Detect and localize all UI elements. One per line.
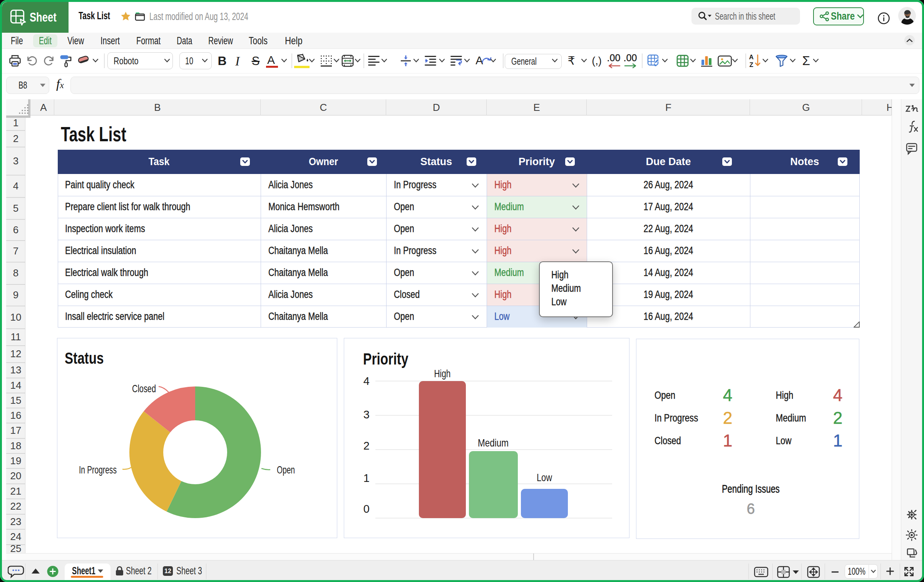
- svg-text:3: 3: [363, 408, 370, 421]
- svg-text:0: 0: [363, 503, 370, 515]
- svg-text:4: 4: [363, 375, 370, 387]
- svg-text:Medium: Medium: [478, 437, 509, 449]
- svg-text:Open: Open: [277, 464, 295, 476]
- svg-text:Low: Low: [537, 472, 552, 483]
- svg-text:1: 1: [363, 472, 370, 484]
- svg-text:High: High: [434, 368, 451, 380]
- svg-text:In Progress: In Progress: [79, 464, 117, 476]
- svg-text:Closed: Closed: [132, 383, 156, 395]
- svg-text:2: 2: [363, 440, 370, 452]
